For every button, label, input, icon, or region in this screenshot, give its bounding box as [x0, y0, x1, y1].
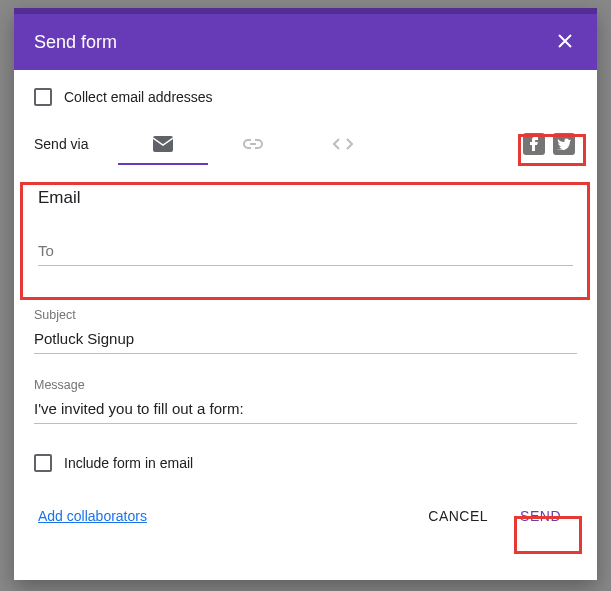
embed-icon	[333, 137, 353, 151]
tab-link[interactable]	[208, 124, 298, 164]
social-share	[521, 131, 577, 157]
email-section: Email	[34, 178, 577, 308]
dialog-header: Send form	[14, 8, 597, 70]
to-input[interactable]	[38, 238, 573, 266]
facebook-share-button[interactable]	[523, 133, 545, 155]
tab-email[interactable]	[118, 124, 208, 164]
twitter-icon	[557, 138, 571, 150]
email-heading: Email	[38, 188, 573, 208]
dialog-body: Collect email addresses Send via	[14, 70, 597, 580]
message-field: Message	[34, 378, 577, 424]
svg-rect-0	[153, 136, 173, 152]
email-icon	[153, 136, 173, 152]
send-form-dialog: Send form Collect email addresses Send v…	[14, 8, 597, 580]
include-form-row: Include form in email	[34, 454, 577, 472]
message-label: Message	[34, 378, 577, 392]
message-input[interactable]	[34, 396, 577, 424]
send-button[interactable]: Send	[508, 500, 573, 532]
collect-emails-label: Collect email addresses	[64, 89, 213, 105]
send-via-label: Send via	[34, 136, 88, 152]
subject-input[interactable]	[34, 326, 577, 354]
cancel-button[interactable]: Cancel	[416, 500, 500, 532]
add-collaborators-link[interactable]: Add collaborators	[38, 508, 147, 524]
subject-label: Subject	[34, 308, 577, 322]
include-form-label: Include form in email	[64, 455, 193, 471]
facebook-icon	[529, 137, 539, 151]
tab-embed[interactable]	[298, 124, 388, 164]
collect-emails-checkbox[interactable]	[34, 88, 52, 106]
close-icon	[557, 33, 573, 49]
to-field	[38, 238, 573, 266]
close-button[interactable]	[553, 25, 577, 59]
dialog-footer: Add collaborators Cancel Send	[34, 500, 577, 532]
twitter-share-button[interactable]	[553, 133, 575, 155]
dialog-title: Send form	[34, 32, 117, 53]
subject-field: Subject	[34, 308, 577, 354]
include-form-checkbox[interactable]	[34, 454, 52, 472]
link-icon	[242, 138, 264, 150]
collect-emails-row: Collect email addresses	[34, 88, 577, 106]
send-via-row: Send via	[34, 124, 577, 164]
